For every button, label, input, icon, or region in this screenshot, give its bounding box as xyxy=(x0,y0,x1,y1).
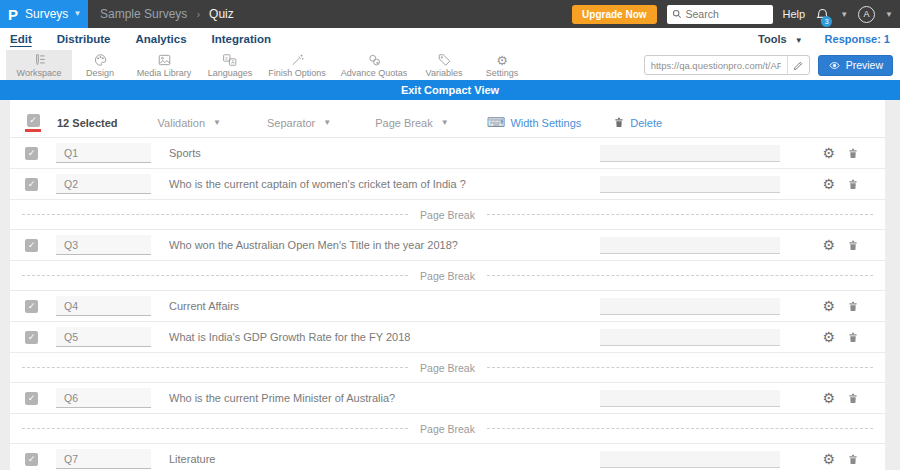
question-code-input[interactable] xyxy=(56,388,151,408)
question-text[interactable]: Who is the current captain of women's cr… xyxy=(169,178,600,190)
question-text[interactable]: What is India's GDP Growth Rate for the … xyxy=(169,331,600,343)
row-checkbox[interactable]: ✓ xyxy=(25,239,38,252)
question-settings-gear-icon[interactable]: ⚙ xyxy=(822,177,835,191)
exit-compact-view-banner[interactable]: Exit Compact View xyxy=(0,80,900,100)
question-trash-icon[interactable] xyxy=(847,147,859,160)
search-icon xyxy=(672,9,682,19)
selection-underline xyxy=(25,129,41,132)
page-break-dashed-line xyxy=(22,367,408,368)
page-break-label: Page Break xyxy=(408,423,487,435)
help-link[interactable]: Help xyxy=(783,8,806,20)
question-text[interactable]: Sports xyxy=(169,147,600,159)
question-settings-gear-icon[interactable]: ⚙ xyxy=(822,452,835,466)
survey-url-box xyxy=(644,55,810,75)
question-code-input[interactable] xyxy=(56,174,151,194)
media-library-icon xyxy=(157,53,172,67)
row-checkbox[interactable]: ✓ xyxy=(25,453,38,466)
toolbar-tab-languages[interactable]: xA Languages xyxy=(200,50,260,80)
page-break-dashed-line xyxy=(22,214,408,215)
row-checkbox[interactable]: ✓ xyxy=(25,331,38,344)
keyboard-icon: ⌨ xyxy=(487,116,506,129)
question-code-input[interactable] xyxy=(56,296,151,316)
svg-text:x: x xyxy=(225,56,228,61)
toolbar-tab-media-library[interactable]: Media Library xyxy=(128,50,200,80)
question-settings-gear-icon[interactable]: ⚙ xyxy=(822,330,835,344)
breadcrumb: Sample Surveys › Quiz xyxy=(100,7,234,21)
page-break-row: Page Break xyxy=(10,353,885,383)
upgrade-now-button[interactable]: Upgrade Now xyxy=(572,5,656,24)
width-settings-button[interactable]: ⌨Width Settings xyxy=(487,116,582,129)
question-trash-icon[interactable] xyxy=(847,392,859,405)
row-checkbox[interactable]: ✓ xyxy=(25,392,38,405)
page-break-label: Page Break xyxy=(408,362,487,374)
page-break-dropdown[interactable]: Page Break▼ xyxy=(375,117,448,129)
question-value-input[interactable] xyxy=(600,237,780,254)
page-break-dashed-line xyxy=(487,367,873,368)
notifications-chevron-down-icon[interactable]: ▼ xyxy=(840,10,848,19)
question-value-input[interactable] xyxy=(600,329,780,346)
edit-url-pencil-icon[interactable] xyxy=(787,56,809,74)
question-value-input[interactable] xyxy=(600,176,780,193)
breadcrumb-parent[interactable]: Sample Surveys xyxy=(100,7,187,21)
question-code-input[interactable] xyxy=(56,143,151,163)
row-checkbox[interactable]: ✓ xyxy=(25,147,38,160)
question-value-input[interactable] xyxy=(600,298,780,315)
question-text[interactable]: Who won the Australian Open Men's Title … xyxy=(169,239,600,251)
global-search xyxy=(667,5,773,24)
row-checkbox[interactable]: ✓ xyxy=(25,178,38,191)
question-list: ✓ Sports ⚙ ✓ Who is the current captain … xyxy=(10,138,885,470)
question-settings-gear-icon[interactable]: ⚙ xyxy=(822,391,835,405)
delete-button[interactable]: Delete xyxy=(613,116,662,129)
account-avatar[interactable]: A xyxy=(858,6,875,23)
question-code-input[interactable] xyxy=(56,449,151,469)
tab-edit[interactable]: Edit xyxy=(10,31,32,47)
tab-distribute[interactable]: Distribute xyxy=(57,31,111,47)
question-code-input[interactable] xyxy=(56,327,151,347)
tools-menu[interactable]: Tools ▼ xyxy=(758,33,803,45)
product-menu-label: Surveys xyxy=(25,7,68,21)
question-trash-icon[interactable] xyxy=(847,300,859,313)
page-break-dashed-line xyxy=(22,275,408,276)
survey-url-input[interactable] xyxy=(645,60,787,71)
question-row: ✓ Literature ⚙ xyxy=(10,444,885,470)
question-trash-icon[interactable] xyxy=(847,239,859,252)
question-list-card: ✓ 12 Selected Validation▼ Separator▼ Pag… xyxy=(10,100,885,470)
search-input[interactable] xyxy=(686,8,768,20)
question-row: ✓ Current Affairs ⚙ xyxy=(10,291,885,322)
tab-analytics[interactable]: Analytics xyxy=(135,31,186,47)
question-settings-gear-icon[interactable]: ⚙ xyxy=(822,299,835,313)
question-trash-icon[interactable] xyxy=(847,331,859,344)
toolbar-tab-workspace[interactable]: Workspace xyxy=(6,50,72,80)
toolbar-tab-finish-options[interactable]: Finish Options xyxy=(260,50,334,80)
question-code-input[interactable] xyxy=(56,235,151,255)
toolbar-tab-settings[interactable]: ⚙ Settings xyxy=(474,50,530,80)
separator-dropdown[interactable]: Separator▼ xyxy=(267,117,331,129)
tab-integration[interactable]: Integration xyxy=(212,31,271,47)
question-text[interactable]: Literature xyxy=(169,453,600,465)
select-all-checkbox[interactable]: ✓ xyxy=(27,114,40,127)
response-count-link[interactable]: Response: 1 xyxy=(825,33,890,45)
preview-button[interactable]: Preview xyxy=(818,55,893,76)
navbar-right-cluster: Upgrade Now Help 3 ▼ A ▼ xyxy=(572,5,900,24)
validation-dropdown[interactable]: Validation▼ xyxy=(158,117,221,129)
top-navbar: P Surveys ▼ Sample Surveys › Quiz Upgrad… xyxy=(0,0,900,28)
question-trash-icon[interactable] xyxy=(847,178,859,191)
surveys-product-menu[interactable]: P Surveys ▼ xyxy=(0,0,88,28)
question-trash-icon[interactable] xyxy=(847,453,859,466)
account-chevron-down-icon[interactable]: ▼ xyxy=(885,10,893,19)
question-settings-gear-icon[interactable]: ⚙ xyxy=(822,146,835,160)
toolbar-tab-advance-quotas[interactable]: Advance Quotas xyxy=(334,50,414,80)
workspace-icon xyxy=(32,53,47,67)
notifications-button[interactable]: 3 xyxy=(815,7,830,22)
question-settings-gear-icon[interactable]: ⚙ xyxy=(822,238,835,252)
question-value-input[interactable] xyxy=(600,451,780,468)
question-text[interactable]: Current Affairs xyxy=(169,300,600,312)
question-value-input[interactable] xyxy=(600,145,780,162)
questionpro-logo-icon: P xyxy=(8,7,18,22)
question-text[interactable]: Who is the current Prime Minister of Aus… xyxy=(169,392,600,404)
survey-subnav: Edit Distribute Analytics Integration To… xyxy=(0,28,900,50)
row-checkbox[interactable]: ✓ xyxy=(25,300,38,313)
toolbar-tab-design[interactable]: Design xyxy=(72,50,128,80)
toolbar-tab-variables[interactable]: Variables xyxy=(414,50,474,80)
question-value-input[interactable] xyxy=(600,390,780,407)
